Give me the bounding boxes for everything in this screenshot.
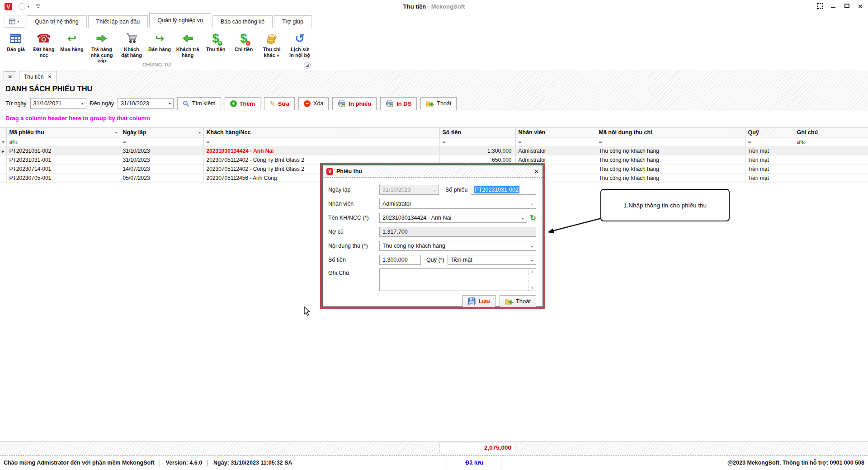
minimize-icon	[831, 7, 835, 8]
phone-icon: ☎	[37, 33, 51, 44]
print-list-button[interactable]: In DS	[380, 97, 417, 110]
noi-dung-thu-combobox[interactable]: Thu công nợ khách hàng ▼	[379, 241, 536, 251]
ribbon-tab-bao-cao-thong-ke[interactable]: Báo cáo thống kê	[212, 15, 273, 28]
printer-icon	[338, 100, 346, 107]
chevron-down-icon: ▼	[521, 217, 524, 220]
ribbon-button-ban-hang[interactable]: ↪ Bán hàng	[146, 29, 174, 53]
edit-button[interactable]: ✎ Sửa	[264, 97, 295, 110]
close-all-tabs-button[interactable]: ✕	[4, 71, 16, 82]
ribbon-button-khach-tra-hang[interactable]: Khách trả hàng	[174, 29, 202, 59]
filter-arrow-icon[interactable]: ▼	[198, 131, 202, 134]
ribbon-button-khach-dat-hang[interactable]: Khách đặt hàng	[118, 29, 146, 59]
curved-arrow-right-icon: ↪	[155, 33, 164, 44]
separator	[160, 460, 160, 466]
plus-circle-icon: +	[230, 100, 237, 107]
column-header-quy[interactable]: Quỹ	[745, 127, 794, 137]
textarea-scrollbar[interactable]: ▲ ▼	[528, 269, 536, 291]
ribbon-group-separator	[314, 28, 314, 69]
cart-icon	[125, 33, 138, 44]
refresh-icon[interactable]: ↻	[530, 214, 536, 222]
ribbon-button-tra-hang-ncc[interactable]: Trả hàng nhà cung cấp	[86, 29, 118, 65]
application-menu-button[interactable]: ▼	[4, 15, 25, 28]
nhan-vien-label: Nhân viên	[328, 201, 379, 207]
chevron-down-icon: ▼	[530, 245, 533, 248]
column-header-so-tien[interactable]: Số tiền	[439, 127, 515, 137]
minimize-button[interactable]	[830, 3, 836, 9]
dialog-exit-button[interactable]: Thoát	[500, 295, 536, 307]
exit-button[interactable]: Thoát	[420, 97, 457, 110]
application-window: V ▼ ▼ Thu tiền - MekongSoft ×	[0, 0, 868, 470]
ribbon-group-label: CHỨNG TỪ	[0, 62, 314, 67]
stop-circle-icon: −	[304, 100, 311, 107]
scroll-down-icon[interactable]: ▼	[531, 287, 534, 290]
quy-combobox[interactable]: Tiền mặt ▼	[448, 255, 536, 265]
from-date-combobox[interactable]: 31/10/2021 ▼	[30, 98, 86, 109]
filter-cell[interactable]: =	[515, 137, 596, 146]
dialog-title-bar[interactable]: V Phiếu thu ✕	[323, 165, 542, 178]
column-header-ghi-chu[interactable]: Ghi chú	[794, 127, 868, 137]
date-text: Ngày: 31/10/2023 11:05:32 SA	[213, 460, 292, 466]
ribbon-button-bao-gia[interactable]: Báo giá	[2, 29, 30, 53]
ghi-chu-label: Ghi Chú	[328, 270, 379, 276]
group-options-button[interactable]: ◢	[304, 62, 311, 69]
filter-funnel-icon	[1, 141, 5, 144]
filter-cell[interactable]: =	[596, 137, 745, 146]
nhan-vien-combobox[interactable]: Admistrator ▼	[379, 199, 536, 209]
table-row[interactable]: ► PT20231031-002 31/10/2023 202310301344…	[0, 146, 868, 155]
window-controls: ×	[816, 3, 863, 9]
so-phieu-input[interactable]: PT20231031-002	[471, 185, 536, 195]
filter-cell[interactable]: aBc	[794, 137, 868, 146]
so-tien-input[interactable]: 1,300,000	[379, 255, 421, 265]
history-icon: ↺	[295, 33, 305, 44]
ten-kh-ncc-combobox[interactable]: 20231030134424 - Anh Nai ▼	[379, 213, 527, 223]
quy-label: Quỹ (*)	[426, 257, 444, 263]
delete-button[interactable]: − Xóa	[298, 97, 329, 110]
filter-cell[interactable]: =	[203, 137, 439, 146]
ribbon-tab-thiet-lap-ban-dau[interactable]: Thiết lập ban đầu	[88, 15, 148, 28]
row-indicator	[0, 174, 6, 183]
exit-folder-icon	[505, 298, 513, 305]
print-voucher-button[interactable]: In phiếu	[332, 97, 377, 110]
filter-cell[interactable]: aBc	[6, 137, 120, 146]
tab-close-icon[interactable]: ✕	[47, 74, 52, 80]
filter-cell[interactable]: =	[745, 137, 794, 146]
filter-arrow-icon[interactable]: ▼	[115, 131, 118, 134]
ribbon-button-mua-hang[interactable]: ↩ Mua hàng	[58, 29, 86, 53]
ngay-lap-combobox[interactable]: 31/10/2023 ▼	[379, 185, 439, 195]
ribbon-button-thu-chi-khac[interactable]: Thu chi khác ▼▼	[258, 29, 286, 59]
close-button[interactable]: ×	[857, 3, 863, 9]
grid-footer	[0, 441, 868, 455]
ribbon-tab-quan-tri-he-thong[interactable]: Quản trị hệ thống	[27, 15, 87, 28]
dashed-separator	[501, 456, 502, 470]
ribbon-button-thu-tien[interactable]: $+ Thu tiền	[202, 29, 230, 53]
column-header-ma-phieu-thu[interactable]: Mã phiếu thu▼	[6, 127, 120, 137]
filter-cell[interactable]: =	[439, 137, 515, 146]
add-button[interactable]: + Thêm	[225, 97, 261, 110]
document-tab-thu-tien[interactable]: Thu tiền ✕	[19, 71, 57, 83]
restore-button[interactable]	[844, 3, 850, 9]
scroll-up-icon[interactable]: ▲	[531, 270, 534, 273]
to-date-combobox[interactable]: 31/10/2023 ▼	[118, 98, 174, 109]
search-button[interactable]: Tìm kiếm	[177, 97, 221, 110]
ribbon-button-lich-su-in-noi-bo[interactable]: ↺ Lịch sử in nội bộ	[286, 29, 314, 59]
ribbon-button-chi-tien[interactable]: $− Chi tiền	[230, 29, 258, 53]
to-date-label: Đến ngày	[90, 100, 114, 107]
ghi-chu-textarea[interactable]: ▲ ▼	[379, 268, 536, 291]
so-phieu-label: Số phiếu	[445, 187, 467, 193]
close-icon: ×	[859, 3, 863, 9]
column-header-khach-hang-ncc[interactable]: Khách hàng/Ncc	[203, 127, 439, 137]
column-header-ngay-lap[interactable]: Ngày lập▼	[120, 127, 203, 137]
ribbon-tab-quan-ly-nghiep-vu[interactable]: Quản lý nghiệp vụ	[149, 13, 211, 28]
ribbon-button-dat-hang-ncc[interactable]: ☎ Đặt hàng ncc	[30, 29, 58, 59]
filter-cell[interactable]: =	[120, 137, 203, 146]
column-header-nhan-vien[interactable]: Nhân viên	[515, 127, 596, 137]
chevron-down-icon: ▼	[277, 54, 280, 57]
column-header-ma-noi-dung-thu-chi[interactable]: Mã nội dung thu chi	[596, 127, 745, 137]
ribbon-tab-bar: ▼ Quản trị hệ thống Thiết lập ban đầu Qu…	[0, 15, 868, 28]
dialog-close-icon[interactable]: ✕	[534, 168, 539, 175]
fullscreen-button[interactable]	[816, 3, 823, 9]
table-icon	[10, 33, 22, 44]
save-button[interactable]: Lưu	[462, 295, 495, 307]
ribbon-tab-tro-giup[interactable]: Trợ giúp	[274, 15, 311, 28]
chevron-down-icon: ▼	[530, 203, 533, 206]
